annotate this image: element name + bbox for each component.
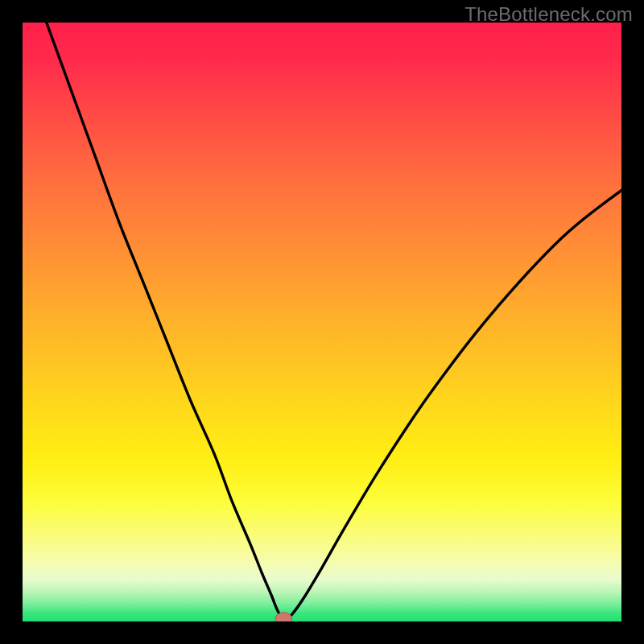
watermark-text: TheBottleneck.com [464, 3, 633, 26]
bottleneck-curve-path [47, 23, 621, 619]
plot-area [23, 23, 621, 621]
optimal-point-marker [275, 613, 292, 621]
bottleneck-curve-svg [23, 23, 621, 621]
chart-frame: TheBottleneck.com [0, 0, 644, 644]
